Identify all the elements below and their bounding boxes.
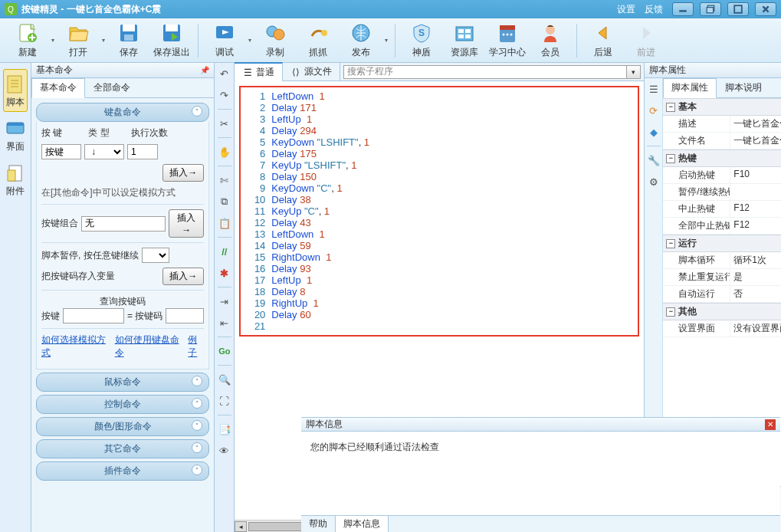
pin-icon[interactable]: 📌 — [200, 66, 209, 74]
code-line[interactable]: 3LeftUp 1 — [241, 113, 638, 125]
tab-source-view[interactable]: ⟨⟩源文件 — [283, 63, 340, 80]
code-line[interactable]: 14Delay 59 — [241, 240, 638, 251]
resource-button[interactable]: 资源库 — [443, 21, 486, 61]
close-button[interactable] — [755, 2, 776, 16]
goto-icon[interactable]: Go — [217, 343, 232, 359]
prop-row[interactable]: 禁止重复运行是 — [663, 269, 781, 286]
code-line[interactable]: 4Delay 294 — [241, 125, 638, 136]
prop-row[interactable]: 启动热键F10 — [663, 167, 781, 184]
code-line[interactable]: 13LeftDown 1 — [241, 228, 638, 240]
feedback-link[interactable]: 反馈 — [642, 3, 666, 16]
find-icon[interactable]: 🔍 — [217, 372, 232, 387]
nav-script[interactable]: 脚本 — [3, 69, 28, 112]
eye-icon[interactable]: 👁 — [217, 443, 232, 458]
redo-icon[interactable]: ↷ — [217, 87, 232, 103]
restore-button[interactable] — [700, 2, 721, 16]
save-exit-button[interactable]: 保存退出 — [150, 21, 193, 61]
capture-button[interactable]: 抓抓 — [297, 21, 340, 61]
tab-script-desc[interactable]: 脚本说明 — [717, 78, 770, 97]
nav-attach[interactable]: 附件 — [0, 158, 31, 201]
minimize-button[interactable] — [672, 2, 694, 16]
copy-icon[interactable]: ⧉ — [217, 194, 232, 209]
uncomment-icon[interactable]: ✱ — [217, 265, 232, 281]
collapse-icon[interactable]: − — [666, 239, 675, 248]
acc-keyboard[interactable]: 键盘命令˄ — [36, 103, 209, 122]
open-dropdown[interactable]: ▾ — [100, 37, 107, 44]
prop-row[interactable]: 全部中止热键F12 — [663, 218, 781, 235]
props-refresh-icon[interactable]: ⟳ — [646, 103, 661, 118]
maximize-button[interactable] — [727, 2, 749, 16]
count-input[interactable] — [127, 144, 158, 159]
search-dropdown-button[interactable]: ▾ — [627, 65, 641, 79]
outdent-icon[interactable]: ⇤ — [217, 315, 232, 330]
undo-icon[interactable]: ↶ — [217, 66, 232, 81]
code-line[interactable]: 5KeyDown "LSHIFT", 1 — [241, 136, 638, 148]
link-example[interactable]: 例子 — [188, 333, 204, 360]
hand-icon[interactable]: ✋ — [217, 144, 232, 159]
acc-mouse[interactable]: 鼠标命令˅ — [36, 373, 209, 392]
tab-all-commands[interactable]: 全部命令 — [85, 78, 139, 97]
publish-button[interactable]: 发布 — [340, 21, 382, 61]
link-sim-mode[interactable]: 如何选择模拟方式 — [41, 333, 106, 360]
bookmark-icon[interactable]: 📑 — [217, 422, 232, 437]
save-button[interactable]: 保存 — [107, 21, 150, 61]
insert-button-3[interactable]: 插入→ — [162, 268, 204, 285]
acc-other[interactable]: 其它命令˅ — [36, 439, 209, 458]
code-line[interactable]: 1LeftDown 1 — [241, 90, 638, 102]
prop-row[interactable]: 中止热键F12 — [663, 201, 781, 218]
comment-icon[interactable]: // — [217, 244, 232, 259]
code-line[interactable]: 10Delay 38 — [241, 194, 638, 205]
code-line[interactable]: 7KeyUp "LSHIFT", 1 — [241, 159, 638, 171]
props-wrench-icon[interactable]: 🔧 — [646, 153, 661, 168]
acc-plugin[interactable]: 插件命令˅ — [36, 461, 209, 481]
keycode-input[interactable] — [166, 308, 204, 323]
member-button[interactable]: 会员 — [529, 21, 572, 61]
tab-basic-commands[interactable]: 基本命令 — [31, 78, 85, 98]
code-line[interactable]: 20Delay 60 — [241, 309, 638, 320]
forward-button[interactable]: 前进 — [625, 21, 668, 61]
scroll-left-icon[interactable]: ◂ — [235, 521, 247, 532]
code-line[interactable]: 15RightDown 1 — [241, 251, 638, 263]
new-dropdown[interactable]: ▾ — [49, 37, 57, 44]
prop-category[interactable]: −运行 — [663, 235, 781, 252]
new-button[interactable]: 新建 — [6, 21, 49, 61]
shield-button[interactable]: S神盾 — [400, 21, 443, 61]
props-gear-icon[interactable]: ⚙ — [646, 174, 661, 189]
prop-row[interactable]: 自动运行否 — [663, 286, 781, 303]
keyname-input[interactable] — [63, 308, 124, 323]
collapse-icon[interactable]: − — [666, 154, 675, 163]
tab-script-props[interactable]: 脚本属性 — [663, 78, 717, 98]
collapse-icon[interactable]: − — [666, 307, 675, 317]
settings-link[interactable]: 设置 — [614, 3, 638, 16]
back-button[interactable]: 后退 — [582, 21, 625, 61]
code-line[interactable]: 12Delay 43 — [241, 217, 638, 228]
prop-category[interactable]: −基本 — [663, 98, 781, 116]
key-combo[interactable] — [41, 144, 81, 159]
insert-button-2[interactable]: 插入→ — [169, 209, 204, 238]
nav-ui[interactable]: 界面 — [0, 113, 31, 156]
keycombo-input[interactable] — [81, 216, 166, 232]
code-line[interactable]: 21 — [241, 320, 638, 332]
prop-row[interactable]: 设置界面没有设置界面 — [663, 320, 781, 337]
debug-button[interactable]: 调试 — [203, 21, 246, 61]
indent-icon[interactable]: ⇥ — [217, 294, 232, 309]
prop-row[interactable]: 文件名一键匕首金色... — [663, 133, 781, 149]
code-line[interactable]: 18Delay 8 — [241, 286, 638, 297]
code-line[interactable]: 8Delay 150 — [241, 171, 638, 182]
scissors-icon[interactable]: ✄ — [217, 172, 232, 188]
prop-category[interactable]: −热键 — [663, 149, 781, 167]
learn-button[interactable]: 学习中心 — [486, 21, 529, 61]
type-combo[interactable]: ↓ — [84, 144, 124, 159]
props-list-icon[interactable]: ☰ — [646, 81, 661, 97]
code-line[interactable]: 2Delay 171 — [241, 102, 638, 113]
tab-normal-view[interactable]: ☰普通 — [235, 62, 283, 82]
acc-color[interactable]: 颜色/图形命令˅ — [36, 417, 209, 436]
open-button[interactable]: 打开 — [57, 21, 100, 61]
cut-icon[interactable]: ✂ — [217, 116, 232, 131]
prop-row[interactable]: 暂停/继续热键 — [663, 184, 781, 201]
pause-combo[interactable] — [142, 248, 169, 263]
debug-dropdown[interactable]: ▾ — [246, 37, 254, 44]
code-line[interactable]: 6Delay 175 — [241, 148, 638, 159]
link-keyboard-cmd[interactable]: 如何使用键盘命令 — [115, 333, 179, 360]
bottom-tab-info[interactable]: 脚本信息 — [336, 516, 389, 532]
